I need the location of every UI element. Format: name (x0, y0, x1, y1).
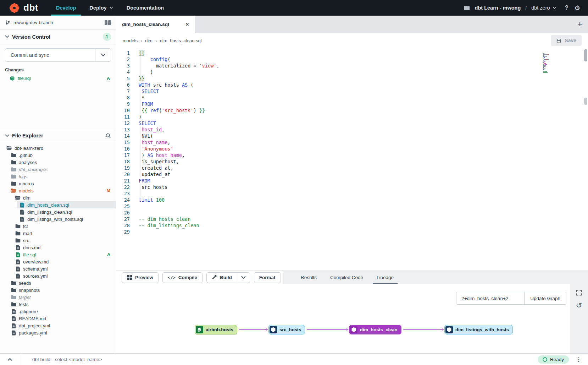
tree-item-dbt_project.yml[interactable]: dbt_project.yml (0, 322, 116, 329)
toggle-panels-icon[interactable] (105, 20, 111, 25)
compile-button[interactable]: </> Compile (162, 272, 203, 283)
tree-item-.gitignore[interactable]: .gitignore (0, 308, 116, 315)
breadcrumb-file[interactable]: dim_hosts_clean.sql (160, 38, 202, 43)
code-line (130, 190, 588, 197)
tree-item-label: packages.yml (19, 330, 47, 336)
action-toolbar: Preview </> Compile Build Form (116, 271, 588, 284)
tree-item-dim[interactable]: dim (0, 194, 116, 201)
help-icon[interactable]: ? (565, 4, 568, 11)
tab-results[interactable]: Results (299, 271, 318, 284)
scrollbar-thumb[interactable] (584, 49, 587, 61)
save-button[interactable]: Save (551, 35, 582, 46)
commit-and-sync-button[interactable]: Commit and sync (5, 48, 111, 62)
lineage-node-src_hosts[interactable]: src_hosts (268, 325, 305, 334)
build-options-chevron[interactable] (237, 273, 250, 283)
lineage-node-airbnb.hosts[interactable]: airbnb.hosts (195, 325, 237, 334)
line-number: 19 (116, 165, 130, 171)
changed-file-row[interactable]: file.sql A (5, 76, 111, 81)
tree-item-label: file.sql (23, 252, 36, 257)
project-name: dbt Learn - mwong (475, 5, 521, 11)
tree-item-packages.yml[interactable]: packages.yml (0, 329, 116, 336)
model-cube-icon (445, 326, 453, 333)
fullscreen-icon[interactable] (576, 290, 582, 296)
lineage-edge (307, 329, 347, 330)
line-number: 27 (116, 216, 130, 222)
line-number: 24 (116, 197, 130, 203)
tree-item-macros[interactable]: macros (0, 180, 116, 187)
breadcrumb-models[interactable]: models (123, 38, 138, 43)
chevron-up-icon[interactable] (0, 354, 20, 365)
tree-item-README.md[interactable]: README.md (0, 315, 116, 322)
version-control-header[interactable]: Version Control 1 (0, 30, 116, 44)
tree-item-label: macros (19, 181, 34, 186)
build-button[interactable]: Build (207, 273, 237, 283)
tree-item-snapshots[interactable]: snapshots (0, 287, 116, 294)
build-split-button: Build (206, 272, 250, 283)
update-graph-button[interactable]: Update Graph (524, 292, 566, 304)
file-explorer-header[interactable]: File Explorer (0, 130, 116, 141)
tree-item-dim_hosts_clean.sql[interactable]: dim_hosts_clean.sql (0, 201, 116, 208)
status-badge[interactable]: Ready (538, 355, 569, 364)
primary-nav: Develop Deploy Documentation (51, 0, 172, 16)
tab-lineage[interactable]: Lineage (375, 271, 395, 284)
scrollbar-thumb[interactable] (584, 98, 587, 105)
code-line: {{ ref('src_hosts') }} (130, 107, 588, 114)
format-button[interactable]: Format (254, 272, 281, 283)
reset-view-icon[interactable]: ↺ (576, 301, 582, 309)
nav-documentation[interactable]: Documentation (122, 0, 169, 16)
tree-item-label: dim (23, 195, 30, 201)
tree-item-fct[interactable]: fct (0, 223, 116, 230)
tree-item-label: snapshots (19, 288, 40, 293)
tree-item-tests[interactable]: tests (0, 301, 116, 308)
tree-item-schema.yml[interactable]: schema.yml (0, 265, 116, 272)
tree-item-file.sql[interactable]: file.sqlA (0, 251, 116, 258)
editor-scrollbar[interactable] (584, 49, 587, 105)
tree-item-analyses[interactable]: analyses (0, 159, 116, 166)
editor-tab[interactable]: dim_hosts_clean.sql ✕ (116, 16, 195, 33)
tree-item-seeds[interactable]: seeds (0, 279, 116, 287)
model-cube-icon (19, 209, 25, 215)
folder-icon (11, 301, 16, 307)
settings-gear-icon[interactable]: ⚙ (574, 4, 580, 12)
command-bar: Ready ⋮ (0, 353, 588, 365)
commit-options-chevron[interactable] (95, 49, 111, 61)
tree-item-sources.yml[interactable]: sources.yml (0, 272, 116, 279)
topbar-right: dbt Learn - mwong / dbt zero ? ⚙ (464, 4, 580, 12)
dbt-logo[interactable]: dbt (9, 2, 38, 14)
minimap[interactable] (543, 50, 555, 71)
lineage-edge (239, 329, 267, 330)
model-cube-icon (15, 252, 21, 257)
tree-item-dbt-learn-zero[interactable]: dbt-learn-zero (0, 145, 116, 152)
tree-item-docs.md[interactable]: docs.md (0, 244, 116, 251)
tree-item-label: .github (19, 153, 33, 158)
environment-selector[interactable]: dbt zero (531, 5, 556, 11)
nav-develop[interactable]: Develop (51, 0, 81, 16)
lineage-node-dim_hosts_clean[interactable]: dim_hosts_clean (349, 325, 401, 334)
tree-item-target[interactable]: target (0, 294, 116, 301)
close-tab-icon[interactable]: ✕ (185, 22, 189, 27)
command-input[interactable] (32, 357, 538, 362)
tab-compiled-code[interactable]: Compiled Code (328, 271, 365, 284)
tree-item-overview.md[interactable]: overview.md (0, 258, 116, 265)
tree-item-.github[interactable]: .github (0, 152, 116, 159)
search-icon[interactable] (105, 133, 111, 138)
tree-item-models[interactable]: modelsM (0, 187, 116, 194)
preview-button[interactable]: Preview (122, 272, 159, 283)
kebab-menu-icon[interactable]: ⋮ (576, 356, 582, 363)
tree-item-logs[interactable]: logs (0, 173, 116, 180)
tree-item-dim_listings_with_hosts.sql[interactable]: dim_listings_with_hosts.sql (0, 216, 116, 223)
code-editor[interactable]: 1{{2 config(3 materialized = 'view',4 )5… (116, 48, 588, 271)
tree-item-src[interactable]: src (0, 237, 116, 244)
nav-deploy[interactable]: Deploy (84, 0, 118, 16)
tree-item-dim_listings_clean.sql[interactable]: dim_listings_clean.sql (0, 208, 116, 216)
tree-item-label: dim_listings_with_hosts.sql (27, 217, 83, 222)
tree-item-mart[interactable]: mart (0, 230, 116, 237)
lineage-selector-input[interactable] (456, 292, 524, 304)
tree-item-dbt_packages[interactable]: dbt_packages (0, 166, 116, 173)
lineage-node-label: src_hosts (279, 327, 301, 332)
file-explorer-title: File Explorer (12, 133, 43, 138)
breadcrumb-dim[interactable]: dim (145, 38, 152, 43)
folder-icon (11, 167, 16, 172)
lineage-node-dim_listings_with_hosts[interactable]: dim_listings_with_hosts (444, 325, 513, 334)
new-tab-button[interactable]: + (577, 20, 582, 28)
